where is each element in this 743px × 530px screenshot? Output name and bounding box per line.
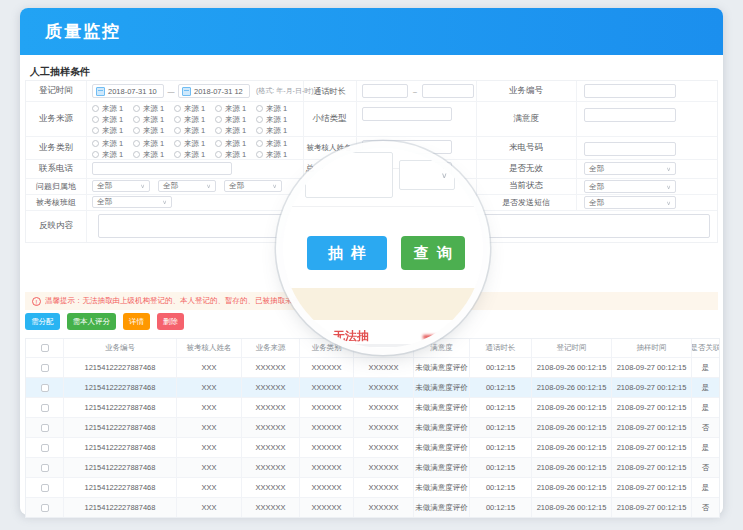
- table-cell: 未做满意度评价: [413, 358, 469, 377]
- table-cell: XXXXXX: [241, 478, 299, 497]
- table-cell: XXXXXX: [241, 418, 299, 437]
- chevron-down-icon: ∨: [666, 183, 671, 190]
- radio-option[interactable]: 来源 1: [256, 149, 297, 160]
- self-score-button[interactable]: 需本人评分: [67, 313, 117, 330]
- call-duration-from-input[interactable]: [362, 84, 408, 98]
- table-row[interactable]: 12154122227887468XXXXXXXXXXXXXXXXXXXXX未做…: [26, 417, 719, 437]
- radio-option[interactable]: 来源 1: [256, 138, 297, 149]
- reassign-button[interactable]: 需分配: [25, 313, 60, 330]
- satisfaction-input[interactable]: [584, 108, 676, 122]
- chevron-down-icon: ∨: [272, 183, 277, 190]
- radio-option[interactable]: 来源 1: [174, 114, 215, 125]
- radio-option[interactable]: 来源 1: [256, 125, 297, 136]
- row-checkbox[interactable]: [41, 424, 49, 432]
- radio-option[interactable]: 来源 1: [215, 138, 256, 149]
- detail-button[interactable]: 详情: [123, 313, 150, 330]
- row-checkbox[interactable]: [41, 404, 49, 412]
- assessed-team-select[interactable]: 全部∨: [92, 196, 172, 208]
- table-row[interactable]: 12154122227887468XXXXXXXXXXXXXXXXXXXXX未做…: [26, 437, 719, 457]
- table-cell: 未做满意度评价: [413, 378, 469, 397]
- table-cell: XXXXXX: [241, 438, 299, 457]
- query-button[interactable]: 查询: [401, 236, 465, 270]
- table-row[interactable]: 12154122227887468XXXXXXXXXXXXXXXXXXXXX未做…: [26, 477, 719, 497]
- business-no-input[interactable]: [584, 84, 676, 98]
- issue-region-select-2[interactable]: 全部∨: [158, 180, 216, 192]
- caller-no-input[interactable]: [584, 142, 676, 156]
- radio-option[interactable]: 来源 1: [133, 114, 174, 125]
- radio-option[interactable]: 来源 1: [256, 114, 297, 125]
- register-time-label: 登记时间: [26, 81, 86, 101]
- radio-option-label: 来源 1: [184, 150, 205, 160]
- radio-icon: [174, 127, 181, 134]
- table-cell: 2108-09-27 00:12:15: [611, 498, 691, 517]
- contact-phone-input[interactable]: [92, 162, 232, 175]
- summary-type-input[interactable]: [362, 107, 452, 121]
- column-header: 被考核人姓名: [176, 339, 241, 357]
- table-cell: 未做满意度评价: [413, 438, 469, 457]
- business-category-label: 业务类别: [26, 136, 86, 159]
- radio-option[interactable]: 来源 1: [92, 114, 133, 125]
- current-status-select[interactable]: 全部∨: [584, 180, 676, 193]
- table-row[interactable]: 12154122227887468XXXXXXXXXXXXXXXXXXXXX未做…: [26, 357, 719, 377]
- radio-icon: [92, 127, 99, 134]
- row-checkbox[interactable]: [41, 484, 49, 492]
- radio-option[interactable]: 来源 1: [133, 149, 174, 160]
- issue-region-select-3[interactable]: 全部∨: [224, 180, 282, 192]
- table-cell: 2108-09-27 00:12:15: [611, 358, 691, 377]
- radio-option[interactable]: 来源 1: [174, 149, 215, 160]
- is-invalid-select[interactable]: 全部∨: [584, 162, 676, 175]
- radio-option[interactable]: 来源 1: [92, 149, 133, 160]
- send-sms-label: 是否发送短信: [476, 194, 576, 210]
- row-checkbox[interactable]: [41, 364, 49, 372]
- date-range-separator: —: [166, 84, 176, 98]
- radio-option[interactable]: 来源 1: [133, 138, 174, 149]
- radio-option[interactable]: 来源 1: [92, 125, 133, 136]
- radio-option[interactable]: 来源 1: [215, 149, 256, 160]
- table-cell: XXXXXX: [353, 458, 413, 477]
- radio-option-label: 来源 1: [184, 139, 205, 149]
- radio-option-label: 来源 1: [266, 115, 287, 125]
- table-row[interactable]: 12154122227887468XXXXXXXXXXXXXXXXXXXXX未做…: [26, 457, 719, 477]
- send-sms-select[interactable]: 全部∨: [584, 196, 676, 209]
- table-row[interactable]: 12154122227887468XXXXXXXXXXXXXXXXXXXXX未做…: [26, 377, 719, 397]
- business-category-options: 来源 1来源 1来源 1来源 1来源 1来源 1来源 1来源 1来源 1来源 1: [92, 138, 302, 160]
- column-header: 登记时间: [531, 339, 611, 357]
- row-checkbox[interactable]: [41, 384, 49, 392]
- row-checkbox[interactable]: [41, 464, 49, 472]
- table-row[interactable]: 12154122227887468XXXXXXXXXXXXXXXXXXXXX未做…: [26, 497, 719, 517]
- register-time-to-input[interactable]: 2018-07-31 12: [178, 84, 250, 98]
- radio-option-label: 来源 1: [266, 150, 287, 160]
- issue-region-select-1[interactable]: 全部∨: [92, 180, 150, 192]
- radio-option[interactable]: 来源 1: [215, 114, 256, 125]
- row-checkbox-cell: [26, 498, 63, 517]
- radio-option-label: 来源 1: [266, 139, 287, 149]
- row-checkbox[interactable]: [41, 504, 49, 512]
- sample-button[interactable]: 抽样: [307, 236, 387, 270]
- table-cell: XXX: [176, 498, 241, 517]
- table-row[interactable]: 12154122227887468XXXXXXXXXXXXXXXXXXXXX未做…: [26, 397, 719, 417]
- column-header: 是否关联: [691, 339, 719, 357]
- table-cell: 2108-09-27 00:12:15: [611, 418, 691, 437]
- radio-option[interactable]: 来源 1: [215, 125, 256, 136]
- radio-option[interactable]: 来源 1: [174, 103, 215, 114]
- call-duration-to-input[interactable]: [422, 84, 474, 98]
- select-all-checkbox[interactable]: [41, 344, 49, 352]
- radio-icon: [215, 116, 222, 123]
- radio-option[interactable]: 来源 1: [174, 138, 215, 149]
- radio-option[interactable]: 来源 1: [133, 125, 174, 136]
- radio-option[interactable]: 来源 1: [215, 103, 256, 114]
- radio-option[interactable]: 来源 1: [92, 103, 133, 114]
- register-time-from-input[interactable]: 2018-07-31 10: [92, 84, 164, 98]
- divider: [86, 81, 87, 242]
- delete-button[interactable]: 删除: [157, 313, 184, 330]
- row-checkbox[interactable]: [41, 444, 49, 452]
- radio-option[interactable]: 来源 1: [133, 103, 174, 114]
- chevron-down-icon: ∨: [666, 165, 671, 172]
- radio-option-label: 来源 1: [266, 126, 287, 136]
- radio-icon: [133, 105, 140, 112]
- issue-region-label: 问题归属地: [26, 178, 86, 194]
- radio-option[interactable]: 来源 1: [92, 138, 133, 149]
- radio-icon: [133, 151, 140, 158]
- radio-option[interactable]: 来源 1: [174, 125, 215, 136]
- radio-option[interactable]: 来源 1: [256, 103, 297, 114]
